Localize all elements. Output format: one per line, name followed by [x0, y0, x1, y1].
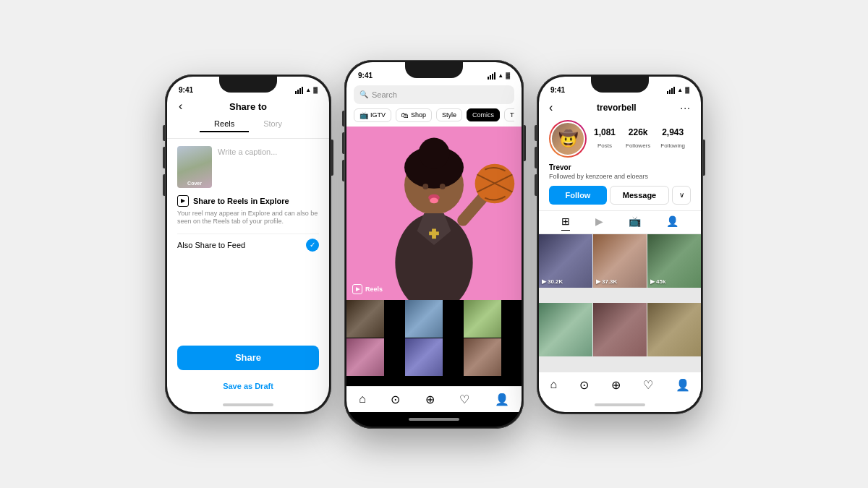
- grid-cell-1[interactable]: ▶ 30.2K: [539, 234, 592, 288]
- phone1-screen: 9:41 ▲ ▓ ‹ Share to: [167, 77, 329, 412]
- avatar: 🤠: [550, 121, 585, 156]
- follow-button[interactable]: Follow: [549, 186, 607, 205]
- category-igtv[interactable]: 📺 IGTV: [354, 108, 391, 122]
- bottom-bar-phone2: [346, 412, 522, 427]
- home-nav-icon3[interactable]: ⌂: [550, 378, 557, 391]
- following-stat[interactable]: 2,943 Following: [660, 127, 685, 150]
- wifi-icon3: ▲: [677, 87, 683, 93]
- grid-cell-2[interactable]: ▶ 37.3K: [593, 234, 647, 288]
- thumb-3[interactable]: [464, 300, 501, 338]
- reel-icon: ▶: [177, 195, 189, 207]
- share-header: ‹ Share to Reels Story: [167, 97, 329, 139]
- grid-cell-4[interactable]: [539, 303, 592, 356]
- avatar-ring[interactable]: 🤠: [549, 120, 587, 158]
- followed-by: Followed by kenzoere and eloears: [549, 173, 691, 180]
- back-button3[interactable]: ‹: [549, 101, 553, 114]
- profile-tabs: ⊞ ▶ 📺 👤: [539, 210, 701, 231]
- search-nav-icon3[interactable]: ⊙: [579, 378, 589, 392]
- share-explore-section: ▶ Share to Reels in Explore Your reel ma…: [177, 195, 319, 226]
- igtv-label: IGTV: [370, 111, 386, 119]
- following-count: 2,943: [660, 127, 685, 137]
- back-button[interactable]: ‹: [179, 100, 182, 113]
- shop-icon: 🛍: [401, 111, 409, 119]
- time-phone2: 9:41: [358, 72, 373, 80]
- notch2: [405, 62, 463, 78]
- add-nav-icon3[interactable]: ⊕: [611, 378, 621, 392]
- followers-count: 226k: [626, 127, 650, 137]
- battery-icon3: ▓: [685, 87, 689, 93]
- share-content: Cover Write a caption... ▶ Share to Reel…: [167, 139, 329, 398]
- posts-count: 1,081: [594, 127, 616, 137]
- profile-name: Trevor: [549, 163, 691, 171]
- notch: [219, 77, 277, 93]
- svg-point-6: [440, 184, 446, 189]
- search-bar[interactable]: 🔍 Search: [354, 85, 514, 104]
- heart-nav-icon3[interactable]: ♡: [643, 378, 653, 392]
- posts-label: Posts: [597, 142, 612, 149]
- tab-grid[interactable]: ⊞: [561, 215, 570, 231]
- wifi-icon: ▲: [305, 87, 311, 93]
- grid-stat-1: 30.2K: [548, 278, 563, 285]
- tab-story[interactable]: Story: [249, 116, 297, 132]
- thumb-2[interactable]: [405, 300, 443, 338]
- search-placeholder: Search: [372, 90, 397, 99]
- profile-grid: ▶ 30.2K ▶ 37.3K ▶ 45k: [539, 234, 701, 372]
- thumb-1[interactable]: [346, 300, 384, 338]
- grid-stat-2: 37.3K: [602, 278, 617, 285]
- following-label: Following: [660, 142, 685, 149]
- style-label: Style: [442, 111, 456, 119]
- reels-content: ▶ Reels: [346, 127, 522, 386]
- signal-icon3: [667, 87, 675, 94]
- bottom-bar-phone3: [539, 398, 701, 412]
- grid-cell-3[interactable]: ▶ 45k: [647, 234, 701, 288]
- heart-nav-icon[interactable]: ♡: [459, 393, 469, 406]
- main-reel-video[interactable]: ▶ Reels: [346, 127, 522, 300]
- igtv-icon: 📺: [359, 111, 368, 119]
- home-indicator: [223, 403, 273, 406]
- more-options-button[interactable]: ···: [680, 102, 691, 114]
- also-share-toggle[interactable]: ✓: [306, 239, 319, 252]
- dropdown-button[interactable]: ∨: [672, 186, 691, 205]
- save-draft-button[interactable]: Save as Draft: [177, 382, 319, 390]
- followers-stat[interactable]: 226k Followers: [626, 127, 650, 150]
- thumb-6[interactable]: [464, 338, 501, 376]
- reel-illustration: [346, 127, 522, 300]
- profile-nav-icon3[interactable]: 👤: [676, 378, 690, 392]
- search-nav-icon[interactable]: ⊙: [391, 393, 400, 406]
- svg-rect-15: [429, 231, 439, 235]
- thumb-4[interactable]: [346, 338, 384, 376]
- cover-thumbnail[interactable]: Cover: [177, 146, 212, 188]
- thumb-5[interactable]: [405, 338, 443, 376]
- profile-nav-icon[interactable]: 👤: [495, 393, 509, 406]
- posts-stat: 1,081 Posts: [594, 127, 616, 150]
- message-button[interactable]: Message: [610, 186, 669, 205]
- bottom-nav-phone2: ⌂ ⊙ ⊕ ♡ 👤: [346, 386, 522, 412]
- share-button[interactable]: Share: [177, 346, 319, 370]
- category-shop[interactable]: 🛍 Shop: [396, 108, 432, 122]
- add-nav-icon[interactable]: ⊕: [425, 393, 435, 406]
- category-comics[interactable]: Comics: [467, 108, 500, 121]
- home-indicator3: [595, 403, 645, 406]
- category-style[interactable]: Style: [436, 108, 462, 121]
- share-explore-title: Share to Reels in Explore: [193, 197, 289, 205]
- tab-reels[interactable]: ▶: [595, 215, 603, 231]
- cover-label: Cover: [177, 181, 212, 186]
- svg-point-4: [419, 137, 450, 168]
- category-tv[interactable]: TV & Movie: [504, 108, 514, 121]
- shop-label: Shop: [411, 111, 426, 119]
- tab-tagged[interactable]: 👤: [666, 215, 678, 231]
- caption-input[interactable]: Write a caption...: [218, 146, 277, 156]
- status-icons-phone1: ▲ ▓: [295, 87, 318, 94]
- time-phone3: 9:41: [550, 86, 565, 94]
- grid-cell-6[interactable]: [647, 303, 701, 356]
- time-phone1: 9:41: [179, 86, 193, 94]
- search-icon: 🔍: [359, 90, 368, 98]
- tab-igtv[interactable]: 📺: [629, 215, 641, 231]
- tab-reels[interactable]: Reels: [200, 116, 249, 132]
- home-nav-icon[interactable]: ⌂: [359, 393, 366, 406]
- share-explore-row: ▶ Share to Reels in Explore: [177, 195, 319, 207]
- status-icons-phone2: ▲ ▓: [488, 72, 510, 80]
- status-icons-phone3: ▲ ▓: [667, 87, 689, 94]
- grid-cell-5[interactable]: [593, 303, 647, 356]
- also-share-label: Also Share to Feed: [177, 241, 245, 249]
